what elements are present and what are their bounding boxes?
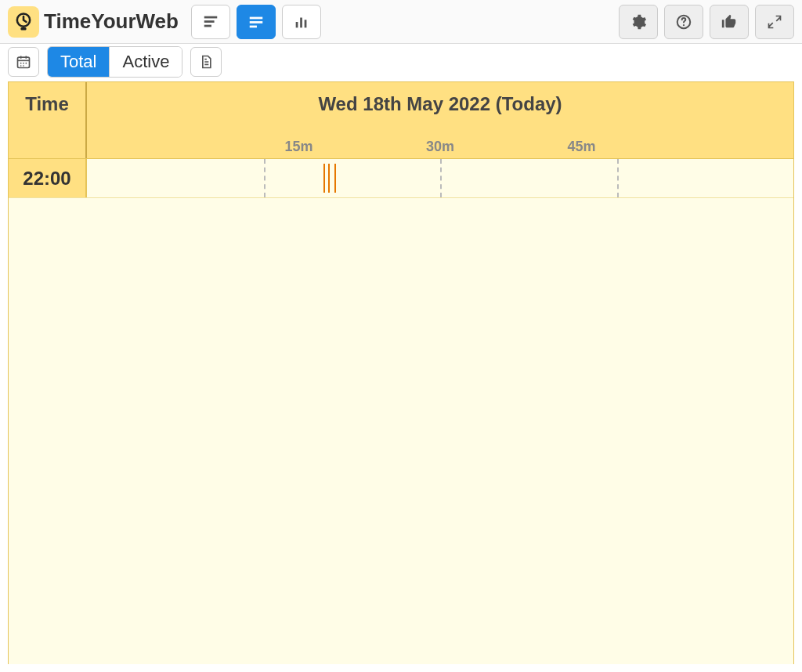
- activity-mark[interactable]: [328, 164, 330, 193]
- sub-toolbar: Total Active: [0, 44, 802, 80]
- brand: TimeYourWeb: [8, 6, 179, 38]
- svg-rect-2: [204, 16, 218, 18]
- mode-segmented-control: Total Active: [47, 46, 182, 78]
- like-button[interactable]: [710, 5, 749, 39]
- tick-row: . 15m 30m 45m .: [87, 115, 793, 158]
- svg-rect-5: [250, 16, 263, 19]
- svg-point-12: [683, 24, 685, 26]
- view-timeline-button[interactable]: [237, 5, 276, 39]
- brand-logo-icon: [8, 6, 39, 38]
- svg-point-18: [23, 65, 24, 67]
- timeline-cell[interactable]: [87, 159, 793, 197]
- svg-rect-3: [204, 20, 215, 23]
- table-row: 22:00: [9, 159, 793, 198]
- gridline-30: [440, 159, 442, 197]
- time-column-header: Time: [9, 82, 87, 158]
- header-row: Time Wed 18th May 2022 (Today) . 15m 30m…: [8, 81, 794, 159]
- activity-mark[interactable]: [334, 164, 336, 193]
- thumbs-up-icon: [721, 13, 738, 31]
- report-button[interactable]: [190, 47, 222, 77]
- tick-60: .: [652, 139, 793, 155]
- timeline-icon: [247, 13, 265, 31]
- tick-30: 30m: [370, 139, 511, 155]
- svg-rect-7: [250, 25, 257, 27]
- view-summary-button[interactable]: [191, 5, 230, 39]
- settings-button[interactable]: [619, 5, 658, 39]
- help-button[interactable]: [664, 5, 703, 39]
- svg-point-16: [26, 63, 27, 64]
- svg-rect-8: [296, 22, 298, 27]
- brand-title: TimeYourWeb: [44, 9, 179, 34]
- svg-rect-6: [250, 21, 263, 23]
- active-tab[interactable]: Active: [109, 47, 182, 77]
- svg-rect-1: [21, 27, 27, 31]
- summary-icon: [202, 13, 219, 31]
- top-toolbar: TimeYourWeb: [0, 0, 802, 44]
- tick-45: 45m: [511, 139, 652, 155]
- view-chart-button[interactable]: [282, 5, 321, 39]
- right-toolbar-group: [619, 5, 794, 39]
- svg-point-17: [20, 65, 22, 67]
- gear-icon: [630, 13, 647, 31]
- svg-point-14: [20, 63, 22, 64]
- activity-mark[interactable]: [323, 164, 325, 193]
- gridline-15: [264, 159, 266, 197]
- help-icon: [675, 13, 692, 31]
- total-tab[interactable]: Total: [48, 47, 109, 77]
- gridline-45: [617, 159, 619, 197]
- view-toggle-group: [191, 5, 321, 39]
- svg-rect-4: [204, 24, 211, 27]
- tick-15: 15m: [228, 139, 369, 155]
- svg-rect-9: [300, 17, 302, 27]
- date-header: Wed 18th May 2022 (Today) . 15m 30m 45m …: [87, 82, 793, 158]
- calendar-button[interactable]: [8, 47, 39, 77]
- date-header-text: Wed 18th May 2022 (Today): [318, 93, 562, 114]
- tick-0: .: [87, 139, 228, 155]
- svg-point-15: [23, 63, 24, 64]
- data-area[interactable]: 22:00: [8, 159, 794, 664]
- document-icon: [198, 54, 214, 70]
- bar-chart-icon: [293, 13, 310, 31]
- fullscreen-button[interactable]: [755, 5, 794, 39]
- calendar-icon: [16, 54, 31, 70]
- main-panel: Time Wed 18th May 2022 (Today) . 15m 30m…: [8, 81, 794, 664]
- hour-cell: 22:00: [9, 159, 87, 197]
- svg-rect-10: [305, 20, 307, 27]
- expand-icon: [767, 14, 782, 30]
